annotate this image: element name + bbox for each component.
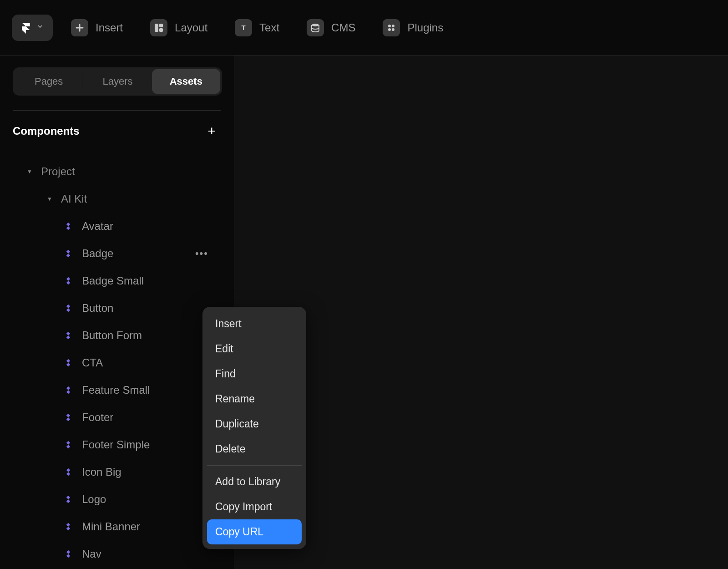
toolbar-text[interactable]: T Text: [226, 14, 288, 42]
toolbar-cms[interactable]: CMS: [298, 14, 364, 42]
component-icon: [63, 549, 74, 559]
context-menu: Insert Edit Find Rename Duplicate Delete…: [202, 307, 306, 549]
component-item-footer[interactable]: Footer: [13, 404, 221, 431]
component-icon: [63, 330, 74, 341]
component-item-footer-simple[interactable]: Footer Simple: [13, 431, 221, 458]
component-icon: [63, 467, 74, 478]
component-icon: [63, 248, 74, 259]
toolbar-layout[interactable]: Layout: [141, 14, 217, 42]
caret-down-icon: ▼: [46, 196, 54, 202]
app-menu-button[interactable]: [12, 15, 53, 41]
tree-folder-project[interactable]: ▼ Project: [13, 158, 221, 185]
component-item-feature-small[interactable]: Feature Small: [13, 376, 221, 404]
tab-assets[interactable]: Assets: [152, 69, 220, 94]
text-icon: T: [235, 19, 252, 36]
component-item-logo[interactable]: Logo: [13, 486, 221, 513]
component-icon: [63, 303, 74, 314]
svg-point-7: [312, 24, 319, 26]
toolbar-label: CMS: [331, 21, 355, 34]
chevron-down-icon: [36, 23, 44, 32]
component-item-badge-small[interactable]: Badge Small: [13, 267, 221, 295]
menu-item-find[interactable]: Find: [207, 361, 302, 386]
components-section-header: Components +: [13, 110, 221, 150]
framer-logo-icon: [20, 22, 32, 34]
tab-pages[interactable]: Pages: [15, 69, 83, 94]
svg-point-9: [392, 25, 394, 27]
sidebar: Pages Layers Assets Components + ▼ Proje…: [0, 56, 234, 569]
component-item-nav[interactable]: Nav: [13, 540, 221, 568]
tree-folder-ai-kit[interactable]: ▼ AI Kit: [13, 185, 221, 213]
component-icon: [63, 385, 74, 396]
toolbar-insert[interactable]: Insert: [62, 14, 132, 42]
plugins-icon: [383, 19, 400, 36]
tab-layers[interactable]: Layers: [83, 69, 152, 94]
menu-item-add-to-library[interactable]: Add to Library: [207, 469, 302, 494]
svg-text:T: T: [242, 24, 246, 31]
menu-divider: [207, 465, 302, 466]
component-item-badge[interactable]: Badge •••: [13, 240, 221, 267]
menu-item-copy-import[interactable]: Copy Import: [207, 494, 302, 519]
svg-point-8: [388, 25, 391, 27]
menu-item-copy-url[interactable]: Copy URL: [207, 519, 302, 544]
menu-item-rename[interactable]: Rename: [207, 386, 302, 412]
main-area: Pages Layers Assets Components + ▼ Proje…: [0, 56, 728, 569]
svg-point-10: [388, 28, 391, 31]
layout-icon: [150, 19, 167, 36]
component-item-button-form[interactable]: Button Form: [13, 322, 221, 349]
component-icon: [63, 521, 74, 532]
component-tree: ▼ Project ▼ AI Kit Avatar Badge ••• Badg: [13, 158, 221, 568]
toolbar-label: Text: [259, 21, 279, 34]
menu-item-duplicate[interactable]: Duplicate: [207, 412, 302, 437]
component-item-mini-banner[interactable]: Mini Banner: [13, 513, 221, 540]
toolbar-label: Plugins: [407, 21, 443, 34]
menu-item-insert[interactable]: Insert: [207, 311, 302, 336]
component-item-button[interactable]: Button: [13, 295, 221, 322]
toolbar: Insert Layout T Text CMS Plugins: [0, 0, 728, 56]
toolbar-label: Insert: [96, 21, 123, 34]
component-item-avatar[interactable]: Avatar: [13, 213, 221, 240]
cms-icon: [307, 19, 324, 36]
svg-point-11: [392, 28, 394, 31]
more-options-icon[interactable]: •••: [195, 248, 221, 259]
plus-icon: [71, 19, 88, 36]
component-item-cta[interactable]: CTA: [13, 349, 221, 376]
component-icon: [63, 357, 74, 368]
svg-rect-3: [159, 24, 163, 27]
component-icon: [63, 221, 74, 232]
menu-item-delete[interactable]: Delete: [207, 437, 302, 462]
svg-rect-2: [155, 24, 158, 32]
add-component-button[interactable]: +: [207, 123, 221, 139]
section-title: Components: [13, 125, 80, 137]
toolbar-label: Layout: [175, 21, 207, 34]
component-icon: [63, 275, 74, 286]
component-item-icon-big[interactable]: Icon Big: [13, 458, 221, 486]
component-icon: [63, 412, 74, 423]
caret-down-icon: ▼: [25, 168, 34, 175]
canvas[interactable]: [234, 56, 728, 569]
svg-rect-4: [159, 28, 163, 32]
toolbar-plugins[interactable]: Plugins: [374, 14, 452, 42]
sidebar-tabs: Pages Layers Assets: [13, 67, 222, 96]
component-icon: [63, 439, 74, 450]
menu-item-edit[interactable]: Edit: [207, 336, 302, 361]
component-icon: [63, 494, 74, 505]
